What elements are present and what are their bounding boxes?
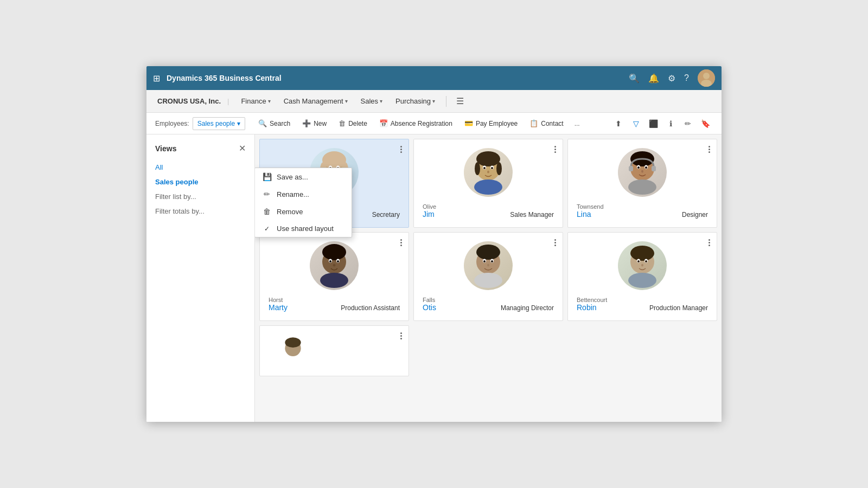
top-bar-right: 🔍 🔔 ⚙ ? xyxy=(629,69,715,87)
card-firstname-robin[interactable]: Robin xyxy=(577,303,607,312)
settings-icon[interactable]: ⚙ xyxy=(668,73,675,84)
remove-icon: 🗑 xyxy=(263,207,271,216)
waffle-icon[interactable]: ⊞ xyxy=(153,73,160,84)
filter-totals-by[interactable]: Filter totals by... xyxy=(146,204,254,219)
notification-icon[interactable]: 🔔 xyxy=(648,73,659,84)
card-role-otis: Managing Director xyxy=(501,304,554,312)
action-right-icons: ⬆ ▽ ⬛ ℹ ✏ 🔖 xyxy=(611,116,713,131)
delete-icon: 🗑 xyxy=(339,119,346,127)
card-firstname-marty[interactable]: Marty xyxy=(269,303,288,312)
employees-dropdown[interactable]: Sales people ▾ xyxy=(193,117,245,130)
svg-point-42 xyxy=(333,264,336,267)
cards-grid: 💾 Save as... ✏ Rename... 🗑 Remove ✓ xyxy=(259,139,717,376)
card-firstname-jim[interactable]: Jim xyxy=(423,210,436,219)
svg-point-21 xyxy=(491,167,493,169)
bookmark-icon[interactable]: 🔖 xyxy=(698,116,713,131)
employee-card-marty[interactable]: Horst Marty Production Assistant xyxy=(259,232,409,321)
card-info-marty: Horst Marty Production Assistant xyxy=(269,297,400,312)
sidebar-close-button[interactable]: ✕ xyxy=(239,143,246,153)
svg-point-62 xyxy=(628,273,656,288)
pay-employee-button[interactable]: 💳 Pay Employee xyxy=(459,117,523,130)
svg-point-16 xyxy=(475,162,480,175)
freeze-icon[interactable]: ⬛ xyxy=(646,116,661,131)
card-menu-button-ester[interactable] xyxy=(398,144,404,155)
card-name-robin: Bettencourt Robin xyxy=(577,297,607,312)
sidebar: Views ✕ All Sales people Filter list by.… xyxy=(146,134,255,422)
search-button[interactable]: 🔍 Search xyxy=(253,117,296,130)
sidebar-item-all[interactable]: All xyxy=(146,160,254,175)
nav-sales[interactable]: Sales ▾ xyxy=(355,94,388,108)
employee-card-lina[interactable]: Townsend Lina Designer xyxy=(567,139,717,228)
help-icon[interactable]: ? xyxy=(684,73,689,83)
share-icon[interactable]: ⬆ xyxy=(611,116,626,131)
delete-button[interactable]: 🗑 Delete xyxy=(333,117,373,130)
card-surname-robin: Bettencourt xyxy=(577,297,607,303)
svg-point-1 xyxy=(703,73,710,79)
edit-icon[interactable]: ✏ xyxy=(680,116,695,131)
svg-point-20 xyxy=(483,167,486,169)
nav-cash-management[interactable]: Cash Management ▾ xyxy=(278,94,353,108)
card-info-jim: Olive Jim Sales Manager xyxy=(423,203,554,219)
employee-card-jim[interactable]: Olive Jim Sales Manager xyxy=(413,139,563,228)
nav-divider: | xyxy=(227,97,229,105)
card-surname-jim: Olive xyxy=(423,203,436,210)
hamburger-icon[interactable]: ☰ xyxy=(452,94,468,108)
card-surname-otis: Falls xyxy=(423,297,436,303)
nav-finance[interactable]: Finance ▾ xyxy=(235,94,276,108)
sidebar-item-sales-people[interactable]: Sales people xyxy=(146,175,254,189)
svg-rect-32 xyxy=(629,166,633,171)
svg-point-40 xyxy=(329,260,331,262)
card-name-lina: Townsend Lina xyxy=(577,203,604,219)
svg-point-29 xyxy=(637,166,640,169)
info-icon[interactable]: ℹ xyxy=(663,116,678,131)
employee-card-otis[interactable]: Falls Otis Managing Director xyxy=(413,232,563,321)
context-use-shared-layout[interactable]: ✓ Use shared layout xyxy=(255,220,352,237)
svg-point-55 xyxy=(630,246,654,261)
card-info-lina: Townsend Lina Designer xyxy=(577,203,708,219)
more-button[interactable]: ... xyxy=(570,117,584,130)
main-content: Views ✕ All Sales people Filter list by.… xyxy=(146,134,722,422)
nav-separator xyxy=(446,96,446,107)
card-firstname-otis[interactable]: Otis xyxy=(423,303,436,312)
sidebar-title: Views xyxy=(155,144,176,153)
card-name-jim: Olive Jim xyxy=(423,203,436,219)
employees-label: Employees: xyxy=(155,120,189,127)
svg-point-59 xyxy=(645,260,647,262)
svg-point-46 xyxy=(476,245,500,260)
filter-list-by[interactable]: Filter list by... xyxy=(146,189,254,204)
app-window: ⊞ Dynamics 365 Business Central 🔍 🔔 ⚙ ? … xyxy=(146,66,722,422)
nav-purchasing[interactable]: Purchasing ▾ xyxy=(390,94,441,108)
context-rename[interactable]: ✏ Rename... xyxy=(255,185,352,203)
card-menu-button-marty[interactable] xyxy=(398,237,404,248)
svg-rect-33 xyxy=(652,166,656,171)
contact-button[interactable]: 📋 Contact xyxy=(524,117,569,130)
svg-point-58 xyxy=(637,260,640,262)
svg-point-15 xyxy=(476,151,500,166)
search-icon[interactable]: 🔍 xyxy=(629,73,640,84)
pay-icon: 💳 xyxy=(464,119,473,127)
employee-card-partial[interactable] xyxy=(259,325,409,376)
card-info-robin: Bettencourt Robin Production Manager xyxy=(577,297,708,312)
svg-point-51 xyxy=(487,264,489,267)
card-menu-button-otis[interactable] xyxy=(552,237,558,248)
sidebar-header: Views ✕ xyxy=(146,143,254,160)
context-save-as[interactable]: 💾 Save as... xyxy=(255,168,352,185)
card-firstname-lina[interactable]: Lina xyxy=(577,210,604,219)
chevron-icon: ▾ xyxy=(380,98,382,104)
user-avatar[interactable] xyxy=(698,69,715,87)
svg-point-53 xyxy=(474,273,502,288)
employee-card-robin[interactable]: Bettencourt Robin Production Manager xyxy=(567,232,717,321)
filter-icon[interactable]: ▽ xyxy=(628,116,643,131)
employee-card-ester[interactable]: 💾 Save as... ✏ Rename... 🗑 Remove ✓ xyxy=(259,139,409,228)
card-menu-button-robin[interactable] xyxy=(706,237,712,248)
card-menu-button-partial[interactable] xyxy=(398,330,404,342)
save-icon: 💾 xyxy=(263,172,271,181)
svg-point-64 xyxy=(285,337,301,348)
new-button[interactable]: ➕ New xyxy=(297,117,332,130)
svg-point-24 xyxy=(474,179,502,195)
card-menu-button-lina[interactable] xyxy=(706,144,712,155)
svg-point-44 xyxy=(320,273,348,288)
absence-registration-button[interactable]: 📅 Absence Registration xyxy=(374,117,458,130)
card-menu-button-jim[interactable] xyxy=(552,144,558,155)
context-remove[interactable]: 🗑 Remove xyxy=(255,203,352,220)
